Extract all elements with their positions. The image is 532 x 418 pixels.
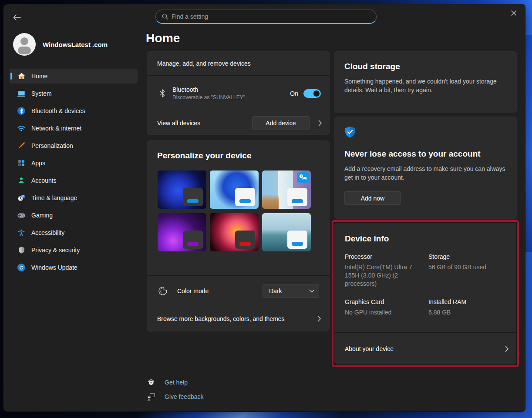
theme-preview-overlay <box>235 188 255 206</box>
manage-devices-label: Manage, add, and remove devices <box>157 60 251 67</box>
spotlight-info-icon <box>297 172 309 183</box>
sidebar-item-label: Bluetooth & devices <box>31 107 85 114</box>
view-all-devices-label: View all devices <box>157 120 200 127</box>
account-recovery-title: Never lose access to your account <box>344 149 506 159</box>
personalize-card-group: Personalize your device <box>147 140 330 331</box>
sidebar-item-label: Accounts <box>31 177 57 184</box>
sidebar-item-label: Privacy & security <box>31 247 80 254</box>
theme-thumbnail-5[interactable] <box>210 213 259 251</box>
sidebar-item-label: Gaming <box>31 212 53 219</box>
give-feedback-link[interactable]: Give feedback <box>147 391 204 402</box>
sidebar-item-label: Apps <box>31 160 45 167</box>
system-icon <box>17 90 26 97</box>
sidebar-item-network-internet[interactable]: Network & internet <box>10 121 138 136</box>
view-all-devices-row[interactable]: View all devices Add device <box>147 111 330 135</box>
about-your-device-row[interactable]: About your device <box>334 332 516 364</box>
color-mode-row: Color mode Dark <box>147 275 330 306</box>
chevron-right-icon <box>317 316 321 322</box>
sidebar-item-label: Windows Update <box>31 264 77 271</box>
sidebar-item-label: Personalization <box>31 142 73 149</box>
device-info-title: Device info <box>345 234 506 244</box>
gaming-icon <box>17 211 26 219</box>
theme-preview-overlay <box>287 188 307 206</box>
color-mode-label: Color mode <box>177 288 209 294</box>
sidebar-item-label: System <box>31 90 52 97</box>
sidebar-nav: Home System Bluetooth & devices Network … <box>10 69 138 278</box>
search-box[interactable] <box>155 10 377 24</box>
sidebar-item-label: Home <box>31 73 47 80</box>
sidebar-item-accessibility[interactable]: Accessibility <box>10 225 138 240</box>
sidebar-item-home[interactable]: Home <box>10 69 138 84</box>
cloud-storage-card: Cloud storage Something happened, and we… <box>334 51 517 113</box>
close-button[interactable] <box>504 6 523 20</box>
sidebar-item-gaming[interactable]: Gaming <box>10 208 138 223</box>
profile[interactable]: WindowsLatest .com <box>13 33 108 56</box>
selected-accent-bar <box>10 73 12 80</box>
add-device-button[interactable]: Add device <box>252 116 310 130</box>
time-language-icon <box>17 194 26 202</box>
device-info-highlight: Device info Processor Intel(R) Core(TM) … <box>332 220 519 367</box>
device-info-grid: Processor Intel(R) Core(TM) Ultra 7 155H… <box>345 253 506 317</box>
sidebar-item-bluetooth-devices[interactable]: Bluetooth & devices <box>10 104 138 118</box>
theme-thumbnail-4[interactable] <box>158 213 206 251</box>
bluetooth-description: Discoverable as "SUNVALLEY" <box>172 94 245 100</box>
back-button[interactable] <box>10 11 24 23</box>
sidebar-item-personalization[interactable]: Personalization <box>10 138 138 153</box>
give-feedback-label: Give feedback <box>165 393 204 400</box>
device-info-field-processor: Processor Intel(R) Core(TM) Ultra 7 155H… <box>345 253 428 288</box>
chevron-right-icon <box>318 120 322 126</box>
chevron-right-icon <box>505 346 508 352</box>
cloud-storage-body: Something happened, and we couldn't load… <box>344 77 506 94</box>
device-info-field-ram: Installed RAM 6.88 GB <box>428 298 506 317</box>
privacy-icon <box>17 246 26 254</box>
sidebar-item-accounts[interactable]: Accounts <box>10 173 138 188</box>
sidebar-item-label: Network & internet <box>31 125 81 132</box>
accessibility-icon <box>17 229 26 237</box>
theme-thumbnail-grid <box>158 171 319 251</box>
chevron-down-icon <box>309 289 314 293</box>
color-mode-value: Dark <box>269 288 282 294</box>
add-now-button[interactable]: Add now <box>344 191 401 205</box>
apps-icon <box>17 159 26 167</box>
theme-thumbnail-1[interactable] <box>158 171 206 209</box>
give-feedback-icon <box>147 393 155 401</box>
bluetooth-label: Bluetooth <box>172 86 245 93</box>
settings-window: WindowsLatest .com Home System Bluetooth… <box>3 4 525 411</box>
home-icon <box>17 72 26 80</box>
sidebar-item-time-language[interactable]: Time & language <box>10 191 138 205</box>
sidebar-item-apps[interactable]: Apps <box>10 156 138 171</box>
theme-thumbnail-2[interactable] <box>210 171 259 209</box>
personalize-title: Personalize your device <box>157 151 319 161</box>
sidebar-item-label: Time & language <box>31 194 77 201</box>
bluetooth-toggle[interactable] <box>303 89 321 98</box>
svg-text:?: ? <box>150 381 152 385</box>
network-icon <box>17 124 26 132</box>
close-icon <box>511 10 516 16</box>
shield-check-icon <box>344 126 356 138</box>
search-input[interactable] <box>172 13 371 20</box>
device-info-field-storage: Storage 56 GB of 90 GB used <box>428 253 506 288</box>
manage-devices-row[interactable]: Manage, add, and remove devices <box>147 51 330 75</box>
theme-thumbnail-6[interactable] <box>262 213 311 251</box>
cloud-storage-title: Cloud storage <box>344 62 506 71</box>
get-help-label: Get help <box>165 379 188 386</box>
avatar <box>13 33 36 56</box>
page-title: Home <box>146 31 180 45</box>
accounts-icon <box>17 177 26 184</box>
color-mode-dropdown[interactable]: Dark <box>263 284 319 298</box>
profile-name: WindowsLatest .com <box>43 41 108 48</box>
device-info-card: Device info Processor Intel(R) Core(TM) … <box>334 223 516 364</box>
devices-card-group: Manage, add, and remove devices Bluetoot… <box>147 51 330 135</box>
theme-preview-overlay <box>235 231 255 249</box>
back-arrow-icon <box>13 14 21 20</box>
sidebar-item-privacy-security[interactable]: Privacy & security <box>10 243 138 257</box>
personalize-section: Personalize your device <box>147 140 330 275</box>
theme-preview-overlay <box>183 231 203 249</box>
bluetooth-icon <box>17 107 26 115</box>
sidebar-item-system[interactable]: System <box>10 86 138 101</box>
browse-themes-row[interactable]: Browse more backgrounds, colors, and the… <box>147 306 330 331</box>
bluetooth-row: Bluetooth Discoverable as "SUNVALLEY" On <box>147 75 330 111</box>
get-help-link[interactable]: ? Get help <box>147 377 188 388</box>
sidebar-item-windows-update[interactable]: Windows Update <box>10 260 138 275</box>
theme-thumbnail-3[interactable] <box>262 171 311 209</box>
